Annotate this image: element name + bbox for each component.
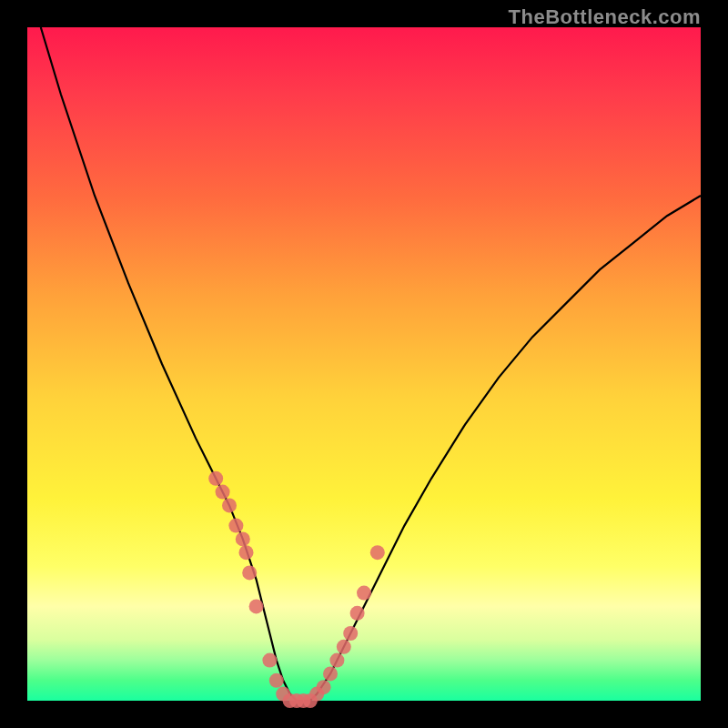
chart-frame: TheBottleneck.com	[0, 0, 728, 728]
sample-point	[239, 545, 254, 560]
sample-point	[370, 545, 385, 560]
sample-point	[269, 673, 284, 688]
bottleneck-curve-line	[41, 27, 701, 701]
watermark-text: TheBottleneck.com	[509, 5, 701, 29]
sample-point	[228, 519, 243, 533]
sample-point	[323, 666, 338, 681]
sample-point	[337, 640, 351, 654]
sample-point	[329, 653, 344, 668]
sample-point	[236, 531, 250, 546]
sample-point	[249, 599, 264, 613]
sample-point	[262, 653, 277, 668]
sample-point	[242, 565, 257, 580]
sample-point	[317, 680, 331, 694]
sample-point	[350, 606, 365, 621]
sample-point	[216, 485, 230, 500]
sample-point	[222, 498, 237, 512]
chart-svg	[27, 27, 701, 701]
sample-point	[357, 586, 371, 601]
sample-points-group	[208, 471, 385, 708]
sample-point	[208, 471, 223, 486]
sample-point	[343, 626, 358, 641]
